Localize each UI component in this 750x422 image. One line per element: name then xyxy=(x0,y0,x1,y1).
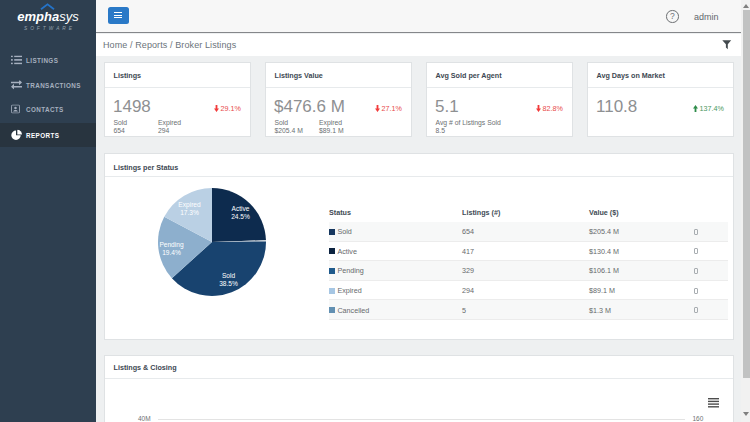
svg-text:Expired: Expired xyxy=(178,201,201,209)
svg-text:24.5%: 24.5% xyxy=(231,213,250,220)
svg-text:Pending: Pending xyxy=(159,240,184,248)
svg-text:Active: Active xyxy=(231,205,249,212)
svg-text:19.4%: 19.4% xyxy=(162,248,181,255)
svg-text:Sold: Sold xyxy=(221,272,235,279)
svg-text:38.5%: 38.5% xyxy=(219,280,238,287)
svg-text:17.3%: 17.3% xyxy=(180,209,199,216)
